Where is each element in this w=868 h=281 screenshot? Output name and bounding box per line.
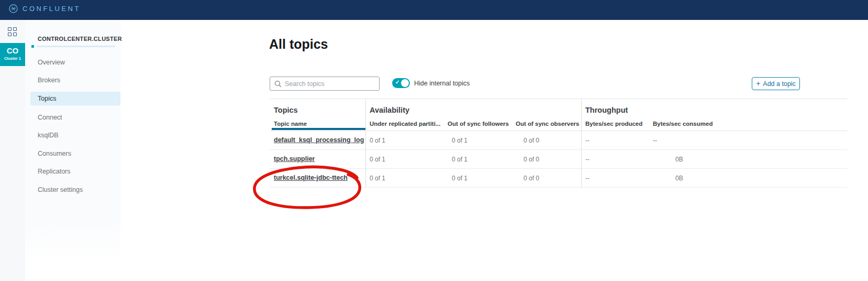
sidebar-item-consumers[interactable]: Consumers [25,147,120,160]
hide-internal-topics-toggle[interactable]: ✓ [392,78,410,88]
cluster-name: CONTROLCENTER.CLUSTER [38,36,122,42]
sidebar-item-connect[interactable]: Connect [25,111,120,124]
bytes-produced-value: -- [585,137,589,144]
brand-wordmark: CONFLUENT [23,5,81,13]
column-header-oos-followers[interactable]: Out of sync followers [448,121,509,127]
oos-observers-value: 0 of 0 [524,175,539,182]
confluent-logo-icon [9,4,18,13]
under-replicated-value: 0 of 1 [370,137,385,144]
sidebar-item-topics[interactable]: Topics [30,92,120,105]
add-topic-label: Add a topic [763,80,796,88]
table-row: turkcel.sqlite-jdbc-ttech 0 of 1 0 of 1 … [270,169,847,188]
sidebar-item-ksqldb[interactable]: ksqlDB [25,128,120,142]
search-input[interactable] [285,80,369,88]
column-header-topic-name[interactable]: Topic name [274,121,307,127]
cluster-initials: CO [0,46,25,55]
column-header-bytes-consumed[interactable]: Bytes/sec consumed [653,121,713,127]
cluster-divider-line [37,46,115,47]
topics-table: Topics Availability Throughput Topic nam… [270,99,847,187]
plus-icon: + [756,79,760,88]
confluent-control-center: CONFLUENT CO Cluster 1 CONTROLCENTER.CLU… [0,0,868,281]
under-replicated-value: 0 of 1 [370,156,385,163]
topic-link[interactable]: tpch.supplier [274,155,315,163]
toggle-check-icon: ✓ [395,79,399,85]
bytes-consumed-value: 0B [675,156,683,163]
oos-observers-value: 0 of 0 [524,137,539,144]
home-grid-icon[interactable] [8,27,17,37]
bytes-produced-value: -- [585,156,589,163]
oos-observers-value: 0 of 0 [524,156,539,163]
add-topic-button[interactable]: + Add a topic [752,77,800,90]
cluster-rail: CO Cluster 1 [0,20,25,281]
table-row: default_ksql_processing_log 0 of 1 0 of … [270,131,847,150]
topic-link[interactable]: turkcel.sqlite-jdbc-ttech [274,174,348,181]
table-row: tpch.supplier 0 of 1 0 of 1 0 of 0 -- 0B [270,150,847,169]
page-title: All topics [269,37,328,52]
column-header-under-replicated[interactable]: Under replicated partiti... [370,121,440,127]
oos-followers-value: 0 of 1 [452,156,468,163]
topic-link[interactable]: default_ksql_processing_log [274,136,364,144]
cluster-chip[interactable]: CO Cluster 1 [0,43,25,66]
cluster-dot [31,45,34,48]
bytes-consumed-value: -- [653,137,657,144]
sidebar-item-overview[interactable]: Overview [25,56,120,69]
toggle-knob [401,79,409,87]
column-header-bytes-produced[interactable]: Bytes/sec produced [585,121,642,127]
under-replicated-value: 0 of 1 [370,175,385,182]
hide-internal-topics-label: Hide internal topics [414,80,470,87]
bytes-produced-value: -- [585,175,589,182]
cluster-chip-label: Cluster 1 [0,56,25,61]
column-header-oos-observers[interactable]: Out of sync observers [516,121,579,127]
sidebar-item-replicators[interactable]: Replicators [25,165,120,178]
sidebar: CONTROLCENTER.CLUSTER Overview Brokers T… [25,20,120,281]
oos-followers-value: 0 of 1 [452,175,468,182]
confluent-logo[interactable]: CONFLUENT [9,4,81,13]
bytes-consumed-value: 0B [675,175,683,182]
sidebar-item-brokers[interactable]: Brokers [25,73,120,87]
sorted-column-indicator [272,128,365,130]
group-header-topics: Topics [274,106,298,114]
topic-search[interactable] [270,77,380,91]
top-navigation-bar: CONFLUENT [0,0,868,20]
oos-followers-value: 0 of 1 [452,137,468,144]
search-icon [274,80,282,88]
group-header-availability: Availability [370,106,409,114]
sidebar-item-cluster-settings[interactable]: Cluster settings [25,183,120,197]
group-header-throughput: Throughput [585,106,628,114]
